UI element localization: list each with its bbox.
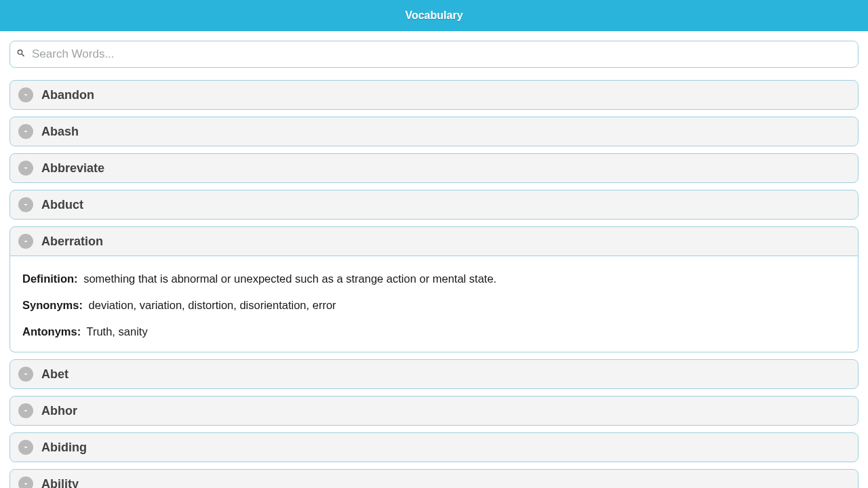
definition-line: Definition: something that is abnormal o… xyxy=(22,272,846,285)
chevron-down-icon xyxy=(18,197,33,212)
word-label: Abduct xyxy=(41,198,83,212)
word-row[interactable]: Abbreviate xyxy=(9,153,859,183)
antonyms-line-label: Antonyms: xyxy=(22,325,81,338)
chevron-down-icon xyxy=(18,476,33,488)
chevron-down-icon xyxy=(18,440,33,455)
word-item: Abiding xyxy=(9,432,859,462)
definition-line-value: something that is abnormal or unexpected… xyxy=(83,272,496,285)
word-label: Ability xyxy=(41,477,79,489)
word-item: AberrationDefinition: something that is … xyxy=(9,226,859,352)
synonyms-line-label: Synonyms: xyxy=(22,299,83,311)
chevron-down-icon xyxy=(18,161,33,176)
antonyms-line: Antonyms: Truth, sanity xyxy=(22,325,846,338)
page-title: Vocabulary xyxy=(405,9,462,21)
word-label: Abandon xyxy=(41,88,94,102)
chevron-up-icon xyxy=(18,234,33,249)
word-label: Abet xyxy=(41,367,68,382)
synonyms-line: Synonyms: deviation, variation, distorti… xyxy=(22,299,846,312)
app-header: Vocabulary xyxy=(0,0,868,31)
word-item: Abet xyxy=(9,359,859,389)
word-item: Abbreviate xyxy=(9,153,859,183)
search-container xyxy=(9,41,859,68)
word-label: Abhor xyxy=(41,404,77,418)
word-row[interactable]: Aberration xyxy=(9,226,859,256)
search-input[interactable] xyxy=(9,41,859,68)
antonyms-line-value: Truth, sanity xyxy=(86,325,147,338)
word-item: Abash xyxy=(9,117,859,146)
main-content: AbandonAbashAbbreviateAbductAberrationDe… xyxy=(0,31,868,488)
word-row[interactable]: Abandon xyxy=(9,80,859,110)
word-label: Abiding xyxy=(41,441,87,455)
synonyms-line-value: deviation, variation, distortion, disori… xyxy=(89,299,336,311)
word-label: Abbreviate xyxy=(41,161,104,176)
word-row[interactable]: Abiding xyxy=(9,432,859,462)
word-label: Abash xyxy=(41,125,79,139)
word-row[interactable]: Abduct xyxy=(9,190,859,220)
word-item: Abduct xyxy=(9,190,859,220)
word-row[interactable]: Ability xyxy=(9,469,859,488)
chevron-down-icon xyxy=(18,124,33,139)
definition-line-label: Definition: xyxy=(22,272,78,285)
word-item: Abhor xyxy=(9,396,859,426)
chevron-down-icon xyxy=(18,367,33,382)
word-row[interactable]: Abhor xyxy=(9,396,859,426)
word-list: AbandonAbashAbbreviateAbductAberrationDe… xyxy=(9,80,859,488)
chevron-down-icon xyxy=(18,87,33,102)
word-details: Definition: something that is abnormal o… xyxy=(9,256,859,352)
word-item: Ability xyxy=(9,469,859,488)
word-row[interactable]: Abet xyxy=(9,359,859,389)
word-row[interactable]: Abash xyxy=(9,117,859,146)
word-item: Abandon xyxy=(9,80,859,110)
chevron-down-icon xyxy=(18,403,33,418)
word-label: Aberration xyxy=(41,235,103,249)
